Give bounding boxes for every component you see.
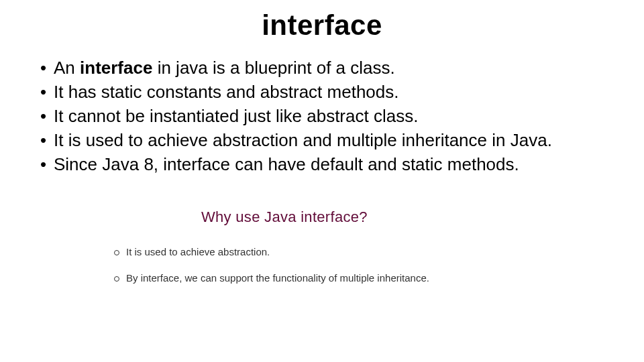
sub-bullet-text: By interface, we can support the functio…: [126, 272, 429, 284]
list-item: An interface in java is a blueprint of a…: [40, 56, 644, 80]
bullet-text: It has static constants and abstract met…: [54, 82, 399, 102]
main-bullet-list: An interface in java is a blueprint of a…: [40, 56, 644, 176]
bullet-text: Since Java 8, interface can have default…: [54, 154, 519, 174]
list-item: It is used to achieve abstraction and mu…: [40, 129, 644, 153]
list-item: It is used to achieve abstraction.: [114, 246, 644, 257]
list-item: By interface, we can support the functio…: [114, 272, 644, 284]
bullet-text: It cannot be instantiated just like abst…: [54, 106, 418, 126]
list-item: Since Java 8, interface can have default…: [40, 153, 644, 177]
sub-heading: Why use Java interface?: [201, 208, 644, 226]
list-item: It has static constants and abstract met…: [40, 80, 644, 105]
slide: interface An interface in java is a blue…: [0, 0, 644, 362]
list-item: It cannot be instantiated just like abst…: [40, 105, 644, 129]
bullet-text: It is used to achieve abstraction and mu…: [54, 130, 552, 150]
slide-title: interface: [0, 0, 644, 42]
bullet-text-prefix: An: [54, 58, 80, 78]
bullet-text-suffix: in java is a blueprint of a class.: [152, 58, 394, 78]
sub-bullet-text: It is used to achieve abstraction.: [126, 246, 270, 257]
embedded-subsection: Why use Java interface? It is used to ac…: [201, 208, 644, 284]
sub-bullet-list: It is used to achieve abstraction. By in…: [114, 246, 644, 284]
bullet-text-strong: interface: [80, 58, 152, 78]
